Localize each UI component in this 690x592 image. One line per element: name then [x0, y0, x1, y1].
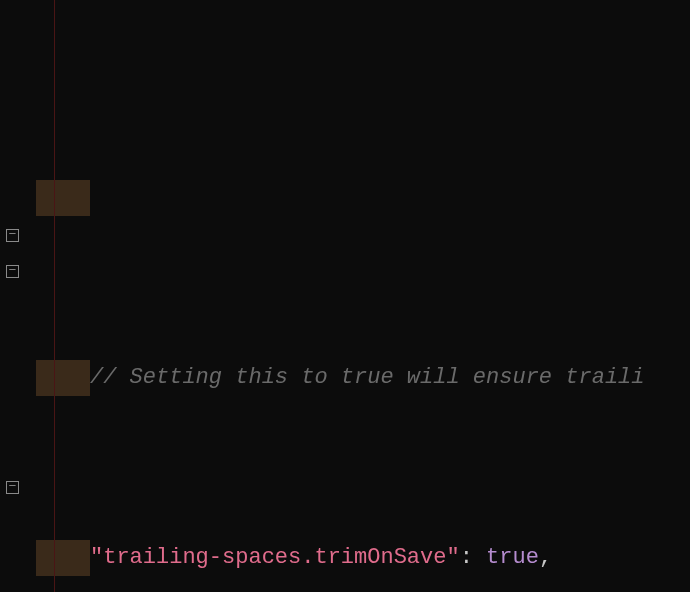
- fold-gutter: − − −: [0, 0, 32, 592]
- code-area[interactable]: // Setting this to true will ensure trai…: [32, 0, 690, 592]
- punctuation: :: [460, 545, 486, 570]
- comment-text: // Setting this to true will ensure trai…: [90, 365, 645, 390]
- json-bool: true: [486, 545, 539, 570]
- punctuation: ,: [539, 545, 552, 570]
- fold-toggle-icon[interactable]: −: [6, 481, 19, 494]
- editor-ruler: [54, 0, 55, 592]
- fold-toggle-icon[interactable]: −: [6, 265, 19, 278]
- code-line[interactable]: // Setting this to true will ensure trai…: [36, 360, 690, 396]
- json-key: "trailing-spaces.trimOnSave": [90, 545, 460, 570]
- code-editor[interactable]: − − − // Setting this to true will ensur…: [0, 0, 690, 592]
- code-line[interactable]: [36, 180, 690, 216]
- fold-toggle-icon[interactable]: −: [6, 229, 19, 242]
- code-line[interactable]: "trailing-spaces.trimOnSave": true,: [36, 540, 690, 576]
